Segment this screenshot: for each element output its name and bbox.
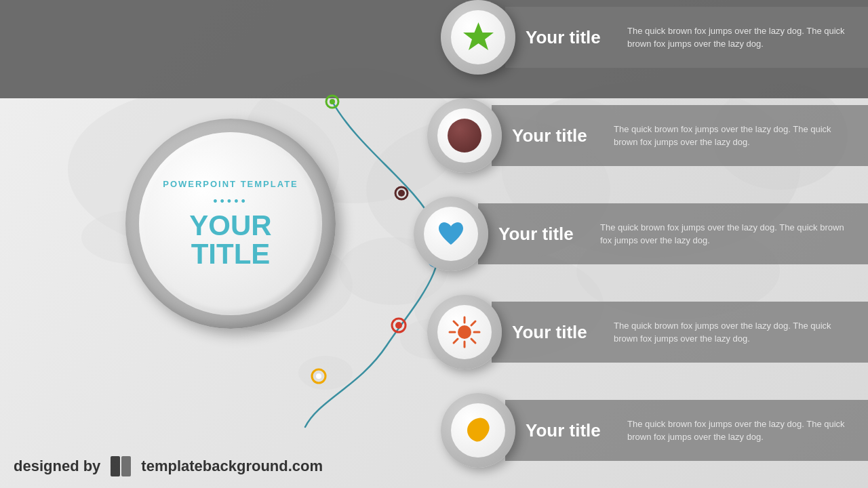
- svg-point-14: [330, 99, 335, 104]
- svg-rect-33: [111, 456, 120, 476]
- item-icon-circle-5: [441, 393, 515, 468]
- blob-icon: [460, 413, 496, 448]
- svg-line-29: [454, 321, 458, 325]
- item-icon-circle-3: [414, 197, 488, 271]
- item-icon-circle-1: [441, 0, 515, 75]
- item-desc-3: The quick brown fox jumps over the lazy …: [600, 221, 851, 247]
- footer: designed by templatebackground.com: [14, 453, 323, 480]
- item-row-3: Your title The quick brown fox jumps ove…: [407, 197, 868, 271]
- footer-url: templatebackground.com: [141, 458, 323, 475]
- item-icon-inner-2: [437, 108, 492, 163]
- svg-line-30: [471, 339, 475, 343]
- item-icon-circle-2: [427, 98, 502, 173]
- main-container: POWERPOINT TEMPLATE ••••• YOUR TITLE: [0, 0, 868, 488]
- item-icon-inner-1: [451, 10, 505, 64]
- svg-point-16: [398, 190, 405, 197]
- item-icon-circle-4: [427, 295, 502, 369]
- item-row-1: Your title The quick brown fox jumps ove…: [407, 0, 868, 75]
- footer-designed-by: designed by: [14, 458, 100, 475]
- item-title-1: Your title: [526, 27, 614, 48]
- item-content-box-2: Your title The quick brown fox jumps ove…: [492, 105, 868, 166]
- svg-line-31: [471, 321, 475, 325]
- svg-point-20: [395, 322, 402, 329]
- item-desc-1: The quick brown fox jumps over the lazy …: [627, 24, 851, 51]
- svg-marker-23: [463, 22, 494, 50]
- item-title-5: Your title: [526, 420, 614, 441]
- svg-line-32: [454, 339, 458, 343]
- svg-point-22: [316, 373, 321, 379]
- item-row-2: Your title The quick brown fox jumps ove…: [407, 98, 868, 173]
- item-icon-inner-5: [451, 403, 505, 458]
- item-content-box-5: Your title The quick brown fox jumps ove…: [505, 400, 868, 461]
- item-content-box-1: Your title The quick brown fox jumps ove…: [505, 7, 868, 68]
- sun-icon: [447, 314, 482, 350]
- item-desc-4: The quick brown fox jumps over the lazy …: [614, 319, 851, 346]
- item-title-2: Your title: [512, 125, 600, 146]
- items-container: Your title The quick brown fox jumps ove…: [407, 0, 868, 488]
- brown-circle-icon: [448, 119, 481, 152]
- office-logo-icon: [107, 453, 134, 480]
- star-icon: [460, 19, 497, 56]
- item-content-box-4: Your title The quick brown fox jumps ove…: [492, 302, 868, 363]
- item-title-4: Your title: [512, 322, 600, 343]
- item-icon-inner-3: [424, 207, 478, 261]
- item-content-box-3: Your title The quick brown fox jumps ove…: [478, 203, 868, 264]
- svg-point-24: [458, 325, 471, 339]
- heart-icon: [433, 216, 469, 251]
- item-desc-5: The quick brown fox jumps over the lazy …: [627, 418, 851, 444]
- item-row-4: Your title The quick brown fox jumps ove…: [407, 295, 868, 369]
- item-row-5: Your title The quick brown fox jumps ove…: [407, 393, 868, 468]
- item-icon-inner-4: [437, 305, 492, 359]
- item-title-3: Your title: [498, 224, 587, 245]
- item-desc-2: The quick brown fox jumps over the lazy …: [614, 123, 851, 149]
- svg-rect-34: [121, 456, 131, 476]
